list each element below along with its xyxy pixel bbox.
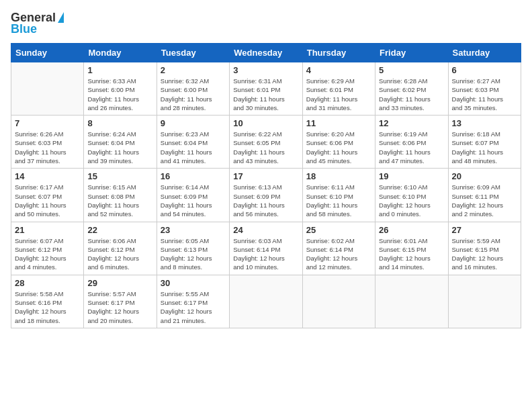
day-number: 22 bbox=[87, 225, 152, 235]
calendar-cell: 4Sunrise: 6:29 AM Sunset: 6:01 PM Daylig… bbox=[302, 62, 375, 116]
calendar-cell bbox=[230, 275, 302, 328]
day-info: Sunrise: 6:24 AM Sunset: 6:04 PM Dayligh… bbox=[87, 130, 152, 165]
calendar-cell bbox=[11, 62, 84, 116]
calendar-week-row: 14Sunrise: 6:17 AM Sunset: 6:07 PM Dayli… bbox=[11, 169, 521, 222]
calendar-cell: 1Sunrise: 6:33 AM Sunset: 6:00 PM Daylig… bbox=[84, 62, 157, 116]
calendar-day-header: Saturday bbox=[448, 44, 521, 62]
day-info: Sunrise: 5:55 AM Sunset: 6:17 PM Dayligh… bbox=[161, 289, 226, 325]
calendar-cell: 8Sunrise: 6:24 AM Sunset: 6:04 PM Daylig… bbox=[84, 116, 157, 169]
calendar-day-header: Wednesday bbox=[230, 44, 302, 62]
day-number: 5 bbox=[379, 65, 444, 75]
day-number: 16 bbox=[161, 171, 226, 181]
day-number: 8 bbox=[87, 118, 152, 128]
calendar-cell bbox=[448, 275, 521, 328]
day-info: Sunrise: 6:19 AM Sunset: 6:06 PM Dayligh… bbox=[379, 130, 444, 165]
calendar-cell: 26Sunrise: 6:01 AM Sunset: 6:15 PM Dayli… bbox=[375, 222, 448, 275]
calendar-cell: 15Sunrise: 6:15 AM Sunset: 6:08 PM Dayli… bbox=[84, 169, 157, 222]
day-info: Sunrise: 6:03 AM Sunset: 6:14 PM Dayligh… bbox=[233, 236, 298, 272]
day-info: Sunrise: 6:10 AM Sunset: 6:10 PM Dayligh… bbox=[379, 183, 444, 218]
day-info: Sunrise: 6:17 AM Sunset: 6:07 PM Dayligh… bbox=[15, 183, 80, 218]
calendar-cell: 11Sunrise: 6:20 AM Sunset: 6:06 PM Dayli… bbox=[302, 116, 375, 169]
calendar-cell: 28Sunrise: 5:58 AM Sunset: 6:16 PM Dayli… bbox=[11, 275, 84, 328]
day-number: 24 bbox=[233, 225, 298, 235]
day-number: 17 bbox=[233, 171, 298, 181]
day-number: 29 bbox=[87, 278, 152, 288]
day-info: Sunrise: 6:28 AM Sunset: 6:02 PM Dayligh… bbox=[379, 77, 444, 112]
day-number: 9 bbox=[161, 118, 226, 128]
day-number: 6 bbox=[452, 65, 517, 75]
calendar-day-header: Friday bbox=[375, 44, 448, 62]
calendar-cell: 29Sunrise: 5:57 AM Sunset: 6:17 PM Dayli… bbox=[84, 275, 157, 328]
day-info: Sunrise: 5:58 AM Sunset: 6:16 PM Dayligh… bbox=[15, 289, 80, 325]
day-info: Sunrise: 6:23 AM Sunset: 6:04 PM Dayligh… bbox=[161, 130, 226, 165]
day-number: 27 bbox=[452, 225, 517, 235]
calendar-cell: 10Sunrise: 6:22 AM Sunset: 6:05 PM Dayli… bbox=[230, 116, 302, 169]
day-number: 13 bbox=[452, 118, 517, 128]
day-number: 12 bbox=[379, 118, 444, 128]
calendar-week-row: 1Sunrise: 6:33 AM Sunset: 6:00 PM Daylig… bbox=[11, 62, 521, 116]
calendar-day-header: Sunday bbox=[11, 44, 84, 62]
calendar-cell: 19Sunrise: 6:10 AM Sunset: 6:10 PM Dayli… bbox=[375, 169, 448, 222]
day-info: Sunrise: 6:27 AM Sunset: 6:03 PM Dayligh… bbox=[452, 77, 517, 112]
day-info: Sunrise: 6:06 AM Sunset: 6:12 PM Dayligh… bbox=[87, 236, 152, 272]
calendar-cell bbox=[302, 275, 375, 328]
day-number: 26 bbox=[379, 225, 444, 235]
calendar-cell: 14Sunrise: 6:17 AM Sunset: 6:07 PM Dayli… bbox=[11, 169, 84, 222]
day-info: Sunrise: 6:13 AM Sunset: 6:09 PM Dayligh… bbox=[233, 183, 298, 218]
calendar-cell: 22Sunrise: 6:06 AM Sunset: 6:12 PM Dayli… bbox=[84, 222, 157, 275]
day-info: Sunrise: 5:57 AM Sunset: 6:17 PM Dayligh… bbox=[87, 289, 152, 325]
calendar-header-row: SundayMondayTuesdayWednesdayThursdayFrid… bbox=[11, 44, 521, 62]
day-number: 2 bbox=[161, 65, 226, 75]
day-number: 20 bbox=[452, 171, 517, 181]
day-number: 11 bbox=[306, 118, 371, 128]
day-info: Sunrise: 6:33 AM Sunset: 6:00 PM Dayligh… bbox=[87, 77, 152, 112]
day-number: 10 bbox=[233, 118, 298, 128]
calendar-cell: 12Sunrise: 6:19 AM Sunset: 6:06 PM Dayli… bbox=[375, 116, 448, 169]
day-number: 3 bbox=[233, 65, 298, 75]
day-info: Sunrise: 6:07 AM Sunset: 6:12 PM Dayligh… bbox=[15, 236, 80, 272]
day-info: Sunrise: 6:15 AM Sunset: 6:08 PM Dayligh… bbox=[87, 183, 152, 218]
page-header: General Blue bbox=[11, 11, 521, 36]
calendar-cell: 23Sunrise: 6:05 AM Sunset: 6:13 PM Dayli… bbox=[157, 222, 229, 275]
day-info: Sunrise: 6:01 AM Sunset: 6:15 PM Dayligh… bbox=[379, 236, 444, 272]
logo-triangle-icon bbox=[58, 12, 64, 23]
day-info: Sunrise: 6:29 AM Sunset: 6:01 PM Dayligh… bbox=[306, 77, 371, 112]
calendar-cell: 16Sunrise: 6:14 AM Sunset: 6:09 PM Dayli… bbox=[157, 169, 229, 222]
calendar-cell: 13Sunrise: 6:18 AM Sunset: 6:07 PM Dayli… bbox=[448, 116, 521, 169]
calendar-cell: 7Sunrise: 6:26 AM Sunset: 6:03 PM Daylig… bbox=[11, 116, 84, 169]
day-info: Sunrise: 6:09 AM Sunset: 6:11 PM Dayligh… bbox=[452, 183, 517, 218]
calendar-day-header: Thursday bbox=[302, 44, 375, 62]
calendar-cell: 21Sunrise: 6:07 AM Sunset: 6:12 PM Dayli… bbox=[11, 222, 84, 275]
calendar-table: SundayMondayTuesdayWednesdayThursdayFrid… bbox=[11, 43, 521, 328]
day-number: 28 bbox=[15, 278, 80, 288]
day-info: Sunrise: 6:22 AM Sunset: 6:05 PM Dayligh… bbox=[233, 130, 298, 165]
calendar-cell: 9Sunrise: 6:23 AM Sunset: 6:04 PM Daylig… bbox=[157, 116, 229, 169]
day-info: Sunrise: 6:05 AM Sunset: 6:13 PM Dayligh… bbox=[161, 236, 226, 272]
day-number: 7 bbox=[15, 118, 80, 128]
day-number: 21 bbox=[15, 225, 80, 235]
day-number: 1 bbox=[87, 65, 152, 75]
calendar-cell: 20Sunrise: 6:09 AM Sunset: 6:11 PM Dayli… bbox=[448, 169, 521, 222]
logo-blue-text: Blue bbox=[11, 22, 37, 36]
day-info: Sunrise: 6:14 AM Sunset: 6:09 PM Dayligh… bbox=[161, 183, 226, 218]
calendar-cell: 2Sunrise: 6:32 AM Sunset: 6:00 PM Daylig… bbox=[157, 62, 229, 116]
day-info: Sunrise: 6:18 AM Sunset: 6:07 PM Dayligh… bbox=[452, 130, 517, 165]
calendar-cell: 18Sunrise: 6:11 AM Sunset: 6:10 PM Dayli… bbox=[302, 169, 375, 222]
day-info: Sunrise: 6:32 AM Sunset: 6:00 PM Dayligh… bbox=[161, 77, 226, 112]
day-number: 23 bbox=[161, 225, 226, 235]
calendar-cell: 25Sunrise: 6:02 AM Sunset: 6:14 PM Dayli… bbox=[302, 222, 375, 275]
calendar-cell bbox=[375, 275, 448, 328]
day-number: 4 bbox=[306, 65, 371, 75]
day-number: 25 bbox=[306, 225, 371, 235]
day-number: 30 bbox=[161, 278, 226, 288]
day-info: Sunrise: 5:59 AM Sunset: 6:15 PM Dayligh… bbox=[452, 236, 517, 272]
calendar-cell: 24Sunrise: 6:03 AM Sunset: 6:14 PM Dayli… bbox=[230, 222, 302, 275]
logo: General Blue bbox=[11, 11, 64, 36]
calendar-cell: 6Sunrise: 6:27 AM Sunset: 6:03 PM Daylig… bbox=[448, 62, 521, 116]
calendar-cell: 30Sunrise: 5:55 AM Sunset: 6:17 PM Dayli… bbox=[157, 275, 229, 328]
day-info: Sunrise: 6:26 AM Sunset: 6:03 PM Dayligh… bbox=[15, 130, 80, 165]
calendar-day-header: Tuesday bbox=[157, 44, 229, 62]
calendar-week-row: 28Sunrise: 5:58 AM Sunset: 6:16 PM Dayli… bbox=[11, 275, 521, 328]
day-number: 14 bbox=[15, 171, 80, 181]
calendar-cell: 5Sunrise: 6:28 AM Sunset: 6:02 PM Daylig… bbox=[375, 62, 448, 116]
